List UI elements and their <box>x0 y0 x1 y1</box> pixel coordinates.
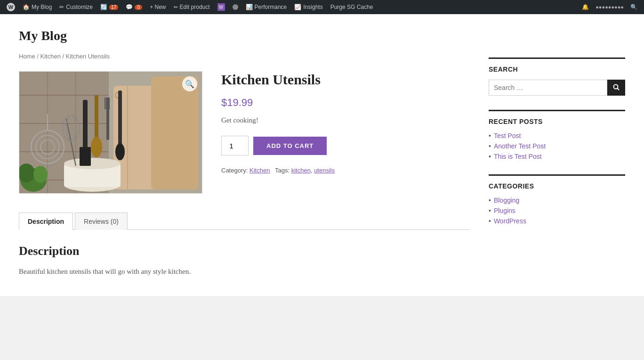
tags-label: Tags: <box>275 167 290 174</box>
quantity-input[interactable] <box>221 136 249 155</box>
updates-link[interactable]: 🔄 17 <box>97 0 121 14</box>
category-link[interactable]: Kitchen <box>250 167 270 174</box>
dot-item <box>230 0 241 14</box>
notifications-icon[interactable]: 🔔 <box>579 4 592 10</box>
tab-description[interactable]: Description <box>19 213 73 230</box>
breadcrumb-kitchen[interactable]: Kitchen <box>40 53 61 60</box>
search-button[interactable] <box>607 80 625 96</box>
search-admin-icon[interactable]: 🔍 <box>628 4 640 10</box>
list-item: Blogging <box>489 196 625 204</box>
status-dot-icon <box>233 4 238 10</box>
list-item: Plugins <box>489 207 625 214</box>
product-short-description: Get cooking! <box>221 116 470 124</box>
categories-section: CATEGORIES Blogging Plugins WordPress <box>489 174 625 225</box>
zoom-icon[interactable]: 🔍 <box>182 76 197 91</box>
svg-line-39 <box>618 88 620 90</box>
edit-icon: ✏ <box>174 4 178 10</box>
sidebar: SEARCH RECENT POSTS Te <box>489 53 625 277</box>
product-image-wrap: 🔍 <box>19 71 202 194</box>
category-plugins-link[interactable]: Plugins <box>494 207 515 214</box>
site-title: My Blog <box>19 28 625 43</box>
product-area: 🔍 Kitchen Utensils $19.99 Get cooking! A… <box>19 71 470 194</box>
breadcrumb-current: Kitchen Utensils <box>66 53 110 60</box>
recent-posts-divider <box>489 110 625 111</box>
category-wordpress-link[interactable]: WordPress <box>494 217 526 225</box>
admin-bar: W 🏠 My Blog ✏ Customize 🔄 17 💬 0 + New ✏… <box>0 0 644 14</box>
tab-content: Description Beautiful kitchen utensils t… <box>19 244 470 277</box>
list-item: Another Test Post <box>489 142 625 150</box>
add-to-cart-button[interactable]: ADD TO CART <box>253 137 327 155</box>
recent-post-link-3[interactable]: This is Test Post <box>494 153 542 160</box>
search-icon <box>613 84 620 90</box>
customize-icon: ✏ <box>59 4 64 10</box>
list-item: This is Test Post <box>489 153 625 160</box>
recent-posts-title: RECENT POSTS <box>489 118 625 125</box>
search-section-title: SEARCH <box>489 65 625 73</box>
svg-rect-19 <box>83 100 88 152</box>
page-wrapper: My Blog Home / Kitchen / Kitchen Utensil… <box>0 14 644 296</box>
categories-title: CATEGORIES <box>489 182 625 190</box>
search-input[interactable] <box>489 80 607 96</box>
recent-post-link-1[interactable]: Test Post <box>494 132 521 139</box>
purge-cache-link[interactable]: Purge SG Cache <box>328 0 376 14</box>
user-account-link[interactable]: ●●●●●●●●● <box>593 4 627 10</box>
list-item: WordPress <box>489 217 625 225</box>
product-price: $19.99 <box>221 97 470 109</box>
svg-point-22 <box>91 137 102 157</box>
list-item: Test Post <box>489 132 625 139</box>
site-header: My Blog <box>0 14 644 53</box>
search-divider <box>489 57 625 59</box>
categories-list: Blogging Plugins WordPress <box>489 196 625 225</box>
svg-rect-9 <box>151 76 198 189</box>
content-area: Home / Kitchen / Kitchen Utensils <box>19 53 470 277</box>
svg-rect-21 <box>95 95 98 142</box>
recent-post-link-2[interactable]: Another Test Post <box>494 142 546 150</box>
category-label: Category: <box>221 167 248 174</box>
add-to-cart-row: ADD TO CART <box>221 136 470 155</box>
breadcrumb-home[interactable]: Home <box>19 53 35 60</box>
wp-icon: W <box>7 3 15 11</box>
recent-posts-section: RECENT POSTS Test Post Another Test Post… <box>489 110 625 160</box>
tag-kitchen-link[interactable]: kitchen <box>291 167 311 174</box>
tab-reviews[interactable]: Reviews (0) <box>75 213 128 230</box>
new-link[interactable]: + New <box>147 0 169 14</box>
performance-icon: 📊 <box>246 4 253 10</box>
svg-point-37 <box>115 143 125 160</box>
description-text: Beautiful kitchen utensils that will go … <box>19 266 470 277</box>
product-details: Kitchen Utensils $19.99 Get cooking! ADD… <box>221 71 470 194</box>
insights-icon: 📈 <box>294 4 301 10</box>
product-meta: Category: Kitchen Tags: kitchen, utensil… <box>221 167 470 174</box>
admin-bar-right: 🔔 ●●●●●●●●● 🔍 <box>579 4 640 10</box>
edit-product-link[interactable]: ✏ Edit product <box>171 0 213 14</box>
woo-icon: W <box>217 3 225 11</box>
breadcrumb: Home / Kitchen / Kitchen Utensils <box>19 53 470 60</box>
product-title: Kitchen Utensils <box>221 71 470 88</box>
svg-point-38 <box>614 84 618 89</box>
tabs-row: Description Reviews (0) <box>19 213 470 230</box>
search-row <box>489 80 625 96</box>
description-heading: Description <box>19 244 470 258</box>
categories-divider <box>489 174 625 176</box>
insights-link[interactable]: 📈 Insights <box>291 0 325 14</box>
product-image: 🔍 <box>19 71 202 194</box>
svg-rect-36 <box>118 90 122 152</box>
svg-rect-20 <box>80 147 91 166</box>
svg-point-14 <box>64 158 121 169</box>
comments-link[interactable]: 💬 0 <box>123 0 145 14</box>
woo-link[interactable]: W <box>215 0 228 14</box>
comments-icon: 💬 <box>126 4 133 10</box>
wp-logo-button[interactable]: W <box>4 0 18 14</box>
customize-link[interactable]: ✏ Customize <box>56 0 96 14</box>
my-blog-link[interactable]: 🏠 My Blog <box>20 0 55 14</box>
tag-utensils-link[interactable]: utensils <box>314 167 335 174</box>
category-blogging-link[interactable]: Blogging <box>494 196 520 204</box>
search-section: SEARCH <box>489 57 625 96</box>
my-blog-icon: 🏠 <box>23 4 30 10</box>
updates-icon: 🔄 <box>100 4 107 10</box>
main-layout: Home / Kitchen / Kitchen Utensils <box>0 53 644 296</box>
performance-link[interactable]: 📊 Performance <box>243 0 290 14</box>
product-image-svg <box>19 72 202 194</box>
svg-point-35 <box>33 166 48 183</box>
recent-posts-list: Test Post Another Test Post This is Test… <box>489 132 625 160</box>
